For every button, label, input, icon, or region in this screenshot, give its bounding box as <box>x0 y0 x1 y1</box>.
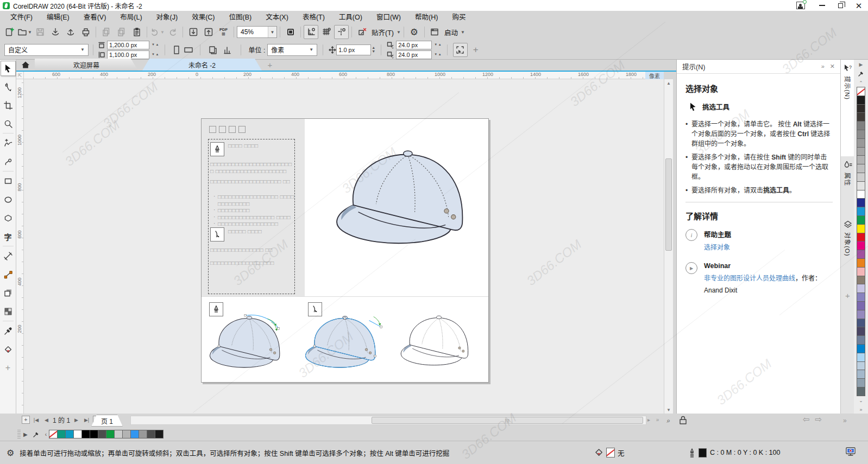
palette-drag-grip[interactable] <box>17 430 21 438</box>
snap-to-dropdown[interactable]: 贴齐(T) <box>372 27 394 37</box>
color-swatch[interactable] <box>857 104 865 113</box>
freehand-tool[interactable] <box>1 136 15 150</box>
show-rulers-button[interactable] <box>304 25 318 39</box>
color-swatch[interactable] <box>857 258 865 268</box>
color-swatch[interactable] <box>122 430 131 438</box>
launch-icon[interactable] <box>427 25 442 39</box>
color-swatch[interactable] <box>857 353 865 362</box>
crop-tool[interactable] <box>1 98 15 112</box>
color-swatch[interactable] <box>857 147 865 156</box>
shape-tool[interactable] <box>1 80 15 93</box>
prev-page-button[interactable]: ◀ <box>42 416 51 424</box>
add-page-start-button[interactable]: + <box>22 416 30 424</box>
cut-button[interactable] <box>99 25 114 39</box>
last-page-button[interactable]: ▶| <box>83 416 91 424</box>
doc-palette-eyedropper-icon[interactable] <box>33 431 40 437</box>
cloud-download-button[interactable] <box>48 25 62 39</box>
save-button[interactable] <box>33 25 47 39</box>
color-swatch[interactable] <box>857 276 865 285</box>
help-topic-link[interactable]: 选择对象 <box>704 243 731 252</box>
menu-item-2[interactable]: 查看(V) <box>77 11 114 24</box>
color-swatch[interactable] <box>147 430 155 438</box>
tab-untitled-2[interactable]: 未命名 -2 <box>142 59 262 71</box>
interactive-fill-tool[interactable] <box>1 342 15 356</box>
color-swatch[interactable] <box>857 335 865 345</box>
palette-scroll-down[interactable]: ⌄ <box>859 396 863 405</box>
portrait-button[interactable] <box>171 43 183 56</box>
pick-tool[interactable] <box>1 61 16 76</box>
color-swatch[interactable] <box>857 207 865 216</box>
ruler-origin[interactable]: ⇱ <box>16 72 24 79</box>
color-swatch[interactable] <box>90 430 98 438</box>
close-button[interactable]: ✕ <box>850 0 868 11</box>
account-sign-in-icon[interactable] <box>796 2 805 9</box>
current-page-button[interactable] <box>221 43 235 57</box>
fullscreen-preview-button[interactable] <box>283 25 298 39</box>
export-button[interactable] <box>201 25 216 39</box>
drop-shadow-tool[interactable] <box>1 286 15 300</box>
menu-item-7[interactable]: 文本(X) <box>259 11 295 24</box>
toolbox-add-button[interactable]: + <box>1 361 15 374</box>
color-swatch[interactable] <box>857 155 865 164</box>
duplicate-x-field[interactable]: 24.0 px <box>396 41 432 49</box>
status-gear-icon[interactable]: ⚙ <box>7 448 14 458</box>
color-swatch[interactable] <box>857 112 865 122</box>
nudge-distance-field[interactable]: 1.0 px <box>336 45 371 55</box>
cap-illustration-large[interactable] <box>328 142 486 256</box>
color-swatch[interactable] <box>857 310 865 319</box>
color-swatch[interactable] <box>139 430 147 438</box>
vertical-ruler[interactable]: 12001000800600400200 <box>16 79 24 414</box>
horizontal-ruler[interactable]: 6004002000200400600800100012001400160018… <box>24 72 645 79</box>
color-eyedropper-tool[interactable] <box>1 324 15 338</box>
color-swatch[interactable] <box>98 430 106 438</box>
color-swatch[interactable] <box>57 430 66 438</box>
color-swatch[interactable] <box>65 430 74 438</box>
color-swatch[interactable] <box>857 284 865 293</box>
connector-tool[interactable] <box>1 268 15 281</box>
color-swatch[interactable] <box>857 138 865 148</box>
paste-button[interactable] <box>129 25 144 39</box>
color-swatch[interactable] <box>857 387 865 396</box>
rectangle-tool[interactable] <box>1 174 15 188</box>
show-grid-button[interactable] <box>319 25 334 39</box>
color-swatch[interactable] <box>155 430 163 438</box>
scroll-right-chevrons[interactable]: ▸ » <box>647 417 661 423</box>
color-swatch[interactable] <box>73 430 82 438</box>
vertical-scrollbar[interactable]: ▲ ▼ <box>664 79 673 414</box>
document-page[interactable]: □□□□ □□□□ □□□□□□□□□□□□□□□□□□□□□□□□ □□□□□… <box>201 118 489 383</box>
color-swatch[interactable] <box>857 164 865 173</box>
color-swatch[interactable] <box>857 121 865 130</box>
horizontal-scrollbar[interactable]: ||| <box>130 416 646 425</box>
color-swatch[interactable] <box>857 173 865 182</box>
menu-item-0[interactable]: 文件(F) <box>3 11 40 24</box>
publish-pdf-button[interactable]: PDF⊞ <box>216 25 231 39</box>
propbar-add-button[interactable]: + <box>473 45 479 55</box>
new-tab-button[interactable]: + <box>262 59 278 71</box>
scroll-down-arrow[interactable]: ▼ <box>664 406 673 414</box>
webinar-link[interactable]: 非专业的图形设计人员处理曲线 <box>704 275 795 282</box>
zoom-tool[interactable] <box>1 117 15 130</box>
menu-item-11[interactable]: 帮助(H) <box>408 11 445 24</box>
menu-item-1[interactable]: 编辑(E) <box>40 11 77 24</box>
forward-arrow-icon[interactable]: ⇨ <box>815 415 822 424</box>
color-swatch[interactable] <box>857 370 865 379</box>
color-swatch[interactable] <box>857 198 865 207</box>
color-swatch[interactable] <box>857 233 865 242</box>
new-document-button[interactable] <box>2 25 17 39</box>
print-button[interactable] <box>78 25 93 39</box>
color-swatch[interactable] <box>857 87 865 96</box>
color-swatch[interactable] <box>857 293 865 302</box>
color-swatch[interactable] <box>857 267 865 276</box>
menu-item-8[interactable]: 表格(T) <box>295 11 332 24</box>
page-width-field[interactable]: 1,200.0 px <box>107 41 149 49</box>
tab-welcome-screen[interactable]: 欢迎屏幕 <box>35 59 138 71</box>
doc-palette-flyout[interactable]: ▶ <box>23 431 28 437</box>
color-swatch[interactable] <box>857 319 865 328</box>
transparency-tool[interactable] <box>1 304 15 318</box>
launch-dropdown[interactable]: 启动 <box>444 27 458 37</box>
color-swatch[interactable] <box>857 378 865 387</box>
color-swatch[interactable] <box>857 96 865 105</box>
color-swatch[interactable] <box>857 250 865 259</box>
docker-tab-objects[interactable]: 对象(O) <box>841 216 854 287</box>
all-pages-button[interactable] <box>206 43 221 57</box>
